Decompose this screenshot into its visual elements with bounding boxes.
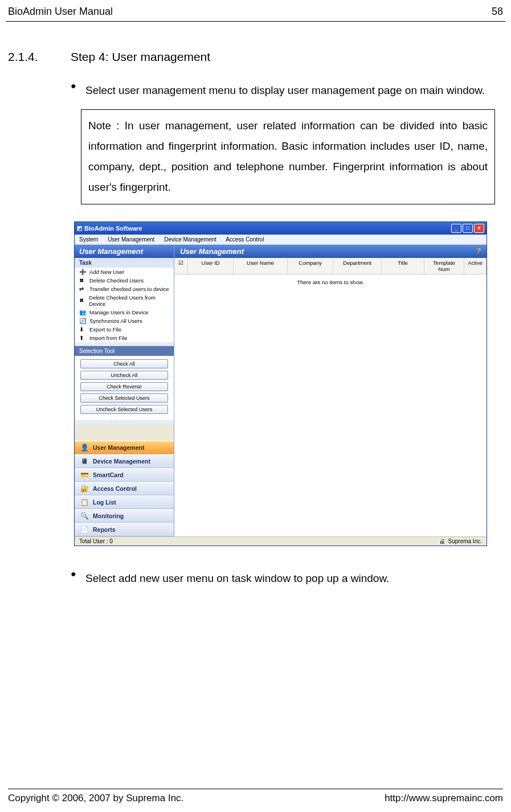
add-user-icon: ➕	[79, 269, 87, 275]
task-manage-users[interactable]: 👥Manage Users in Device	[75, 308, 174, 317]
export-icon: ⬇	[79, 326, 87, 333]
col-template-num[interactable]: Template Num	[424, 258, 464, 274]
col-department[interactable]: Department	[333, 258, 382, 274]
check-reverse-button[interactable]: Check Reverse	[80, 382, 168, 391]
users-icon: 👥	[79, 309, 87, 315]
no-items-text: There are no items to show.	[174, 274, 487, 290]
task-export[interactable]: ⬇Export to File	[75, 325, 174, 334]
uncheck-all-button[interactable]: Uncheck All	[80, 371, 168, 380]
delete-device-icon: ✖	[79, 297, 87, 304]
log-icon: 📋	[79, 498, 89, 506]
menu-system[interactable]: System	[79, 236, 98, 243]
footer-url: http://www.supremainc.com	[385, 793, 503, 804]
nav-device-management[interactable]: 🖥Device Management	[75, 454, 174, 468]
col-company[interactable]: Company	[288, 258, 333, 274]
nav-reports[interactable]: 📄Reports	[75, 523, 174, 536]
help-icon[interactable]: ?	[477, 247, 481, 255]
transfer-icon: ⇄	[79, 286, 87, 292]
nav-log-list[interactable]: 📋Log List	[75, 495, 174, 509]
user-table: ☑ User ID User Name Company Department T…	[174, 258, 487, 536]
bullet-icon: ●	[71, 81, 85, 100]
manual-title: BioAdmin User Manual	[8, 6, 113, 18]
device-icon: 🖥	[79, 457, 89, 465]
right-pane: User Management ? ☑ User ID User Name Co…	[174, 245, 487, 536]
task-header: Task	[75, 258, 174, 268]
col-user-id[interactable]: User ID	[188, 258, 234, 274]
menu-user-management[interactable]: User Management	[108, 236, 154, 243]
right-pane-title: User Management	[180, 247, 244, 256]
maximize-button[interactable]: □	[463, 224, 473, 233]
bullet-icon: ●	[71, 569, 85, 588]
import-icon: ⬆	[79, 335, 87, 341]
minimize-button[interactable]: _	[451, 224, 461, 233]
sync-icon: 🔄	[79, 318, 87, 324]
card-icon: 💳	[79, 471, 89, 479]
task-delete-checked[interactable]: ✖Delete Checked Users	[75, 276, 174, 285]
section-number: 2.1.4.	[8, 50, 71, 64]
close-button[interactable]: ×	[474, 224, 484, 233]
user-icon: 👤	[79, 444, 89, 452]
window-title: BioAdmin Software	[84, 225, 142, 232]
col-user-name[interactable]: User Name	[234, 258, 288, 274]
task-sync[interactable]: 🔄Synchronize All Users	[75, 317, 174, 325]
statusbar: Total User : 0 🖨 Suprema Inc.	[75, 536, 487, 546]
splitter-handle[interactable]: · · · · · ·	[75, 420, 174, 424]
header-divider	[6, 21, 505, 22]
col-active[interactable]: Active	[464, 258, 487, 274]
menu-device-management[interactable]: Device Management	[164, 236, 216, 243]
status-total-user: Total User : 0	[79, 538, 113, 544]
nav-monitoring[interactable]: 🔍Monitoring	[75, 509, 174, 523]
menubar: System User Management Device Management…	[75, 235, 487, 245]
bullet-text-2: Select add new user menu on task window …	[85, 569, 503, 588]
left-pane: User Management Task ➕Add New User ✖Dele…	[75, 245, 174, 536]
status-vendor: Suprema Inc.	[448, 538, 482, 544]
report-icon: 📄	[79, 526, 89, 534]
bullet-text-1: Select user management menu to display u…	[85, 81, 503, 100]
task-add-new-user[interactable]: ➕Add New User	[75, 268, 174, 276]
task-transfer[interactable]: ⇄Transfer checked users to device	[75, 285, 174, 293]
col-title[interactable]: Title	[382, 258, 424, 274]
section-title: Step 4: User management	[71, 50, 210, 64]
page-number: 58	[492, 6, 503, 18]
left-pane-title: User Management	[75, 245, 174, 258]
app-icon: ◩	[77, 225, 82, 231]
selection-header: Selection Tool	[75, 346, 174, 356]
titlebar: ◩ BioAdmin Software _ □ ×	[75, 222, 487, 235]
check-selected-button[interactable]: Check Selected Users	[80, 393, 168, 403]
check-all-button[interactable]: Check All	[80, 359, 168, 368]
lock-icon: 🔐	[79, 485, 89, 493]
nav-access-control[interactable]: 🔐Access Control	[75, 482, 174, 495]
delete-icon: ✖	[79, 277, 87, 284]
nav-user-management[interactable]: 👤User Management	[75, 441, 174, 454]
footer-copyright: Copyright © 2006, 2007 by Suprema Inc.	[8, 793, 183, 804]
uncheck-selected-button[interactable]: Uncheck Selected Users	[80, 405, 168, 414]
app-window: ◩ BioAdmin Software _ □ × System User Ma…	[74, 222, 487, 546]
menu-access-control[interactable]: Access Control	[226, 236, 264, 243]
monitor-icon: 🔍	[79, 512, 89, 520]
note-box: Note : In user management, user related …	[81, 109, 495, 204]
nav-smartcard[interactable]: 💳SmartCard	[75, 468, 174, 482]
printer-icon: 🖨	[439, 538, 445, 544]
task-import[interactable]: ⬆Import from File	[75, 334, 174, 342]
task-delete-from-device[interactable]: ✖Delete Checked Users from Device	[75, 293, 174, 308]
col-checkbox[interactable]: ☑	[174, 258, 188, 274]
